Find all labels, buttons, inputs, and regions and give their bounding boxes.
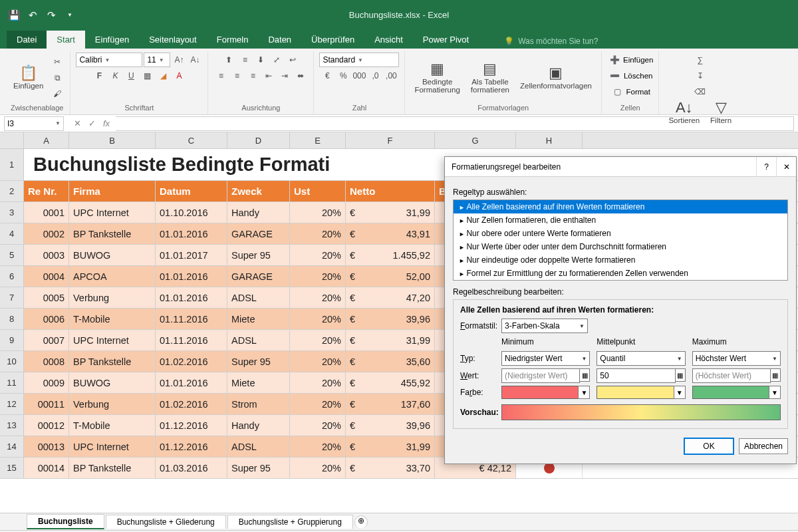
formula-input[interactable] xyxy=(116,116,794,131)
save-icon[interactable]: 💾 xyxy=(5,7,23,24)
cell[interactable]: 20% xyxy=(290,223,346,244)
cancel-formula-icon[interactable]: ✕ xyxy=(70,118,84,128)
cell[interactable]: GARAGE xyxy=(227,223,290,244)
cell[interactable]: BP Tankstelle xyxy=(69,223,156,244)
row-header[interactable]: 5 xyxy=(0,245,24,265)
row-header[interactable]: 3 xyxy=(0,202,24,223)
decrease-font-icon[interactable]: A↓ xyxy=(188,53,202,67)
increase-font-icon[interactable]: A↑ xyxy=(172,53,186,67)
cell[interactable]: Super 95 xyxy=(227,458,290,478)
border-button[interactable]: ▦ xyxy=(140,68,154,83)
row-header[interactable]: 11 xyxy=(0,372,24,393)
sheet-tab[interactable]: Buchungsliste xyxy=(27,514,104,529)
max-color-picker[interactable] xyxy=(692,386,769,399)
col-header[interactable]: A xyxy=(24,132,69,148)
mid-value-input[interactable]: 50 xyxy=(597,368,675,383)
delete-cells-button[interactable]: Löschen xyxy=(624,72,652,80)
ref-picker-icon[interactable]: ▦ xyxy=(770,368,781,382)
ref-picker-icon[interactable]: ▦ xyxy=(675,368,686,382)
row-header[interactable]: 2 xyxy=(0,181,24,201)
tab-view[interactable]: Ansicht xyxy=(364,31,413,49)
indent-inc-icon[interactable]: ⇥ xyxy=(277,68,292,83)
rule-type-item[interactable]: Nur Zellen formatieren, die enthalten xyxy=(454,213,787,227)
align-middle-icon[interactable]: ≡ xyxy=(237,53,252,67)
cell[interactable]: 0006 xyxy=(24,309,69,329)
underline-button[interactable]: U xyxy=(124,68,138,83)
min-color-picker[interactable] xyxy=(501,386,579,399)
chevron-down-icon[interactable]: ▼ xyxy=(769,386,781,399)
cell[interactable]: 01.02.2016 xyxy=(156,351,227,372)
cell[interactable]: €33,70 xyxy=(346,458,435,478)
cell[interactable]: 01.10.2016 xyxy=(156,202,227,223)
cell[interactable]: 20% xyxy=(290,394,346,414)
ok-button[interactable]: OK xyxy=(684,438,733,454)
page-title-cell[interactable]: Buchungsliste Bedingte Formati xyxy=(24,149,516,180)
undo-icon[interactable]: ↶ xyxy=(24,7,41,24)
cell[interactable]: €1.455,92 xyxy=(346,245,435,265)
font-size-combo[interactable]: 11▼ xyxy=(144,53,170,67)
format-as-table-button[interactable]: ▤Als Tabelle formatieren xyxy=(467,61,513,95)
cell[interactable]: APCOA xyxy=(69,266,156,287)
insert-cells-icon[interactable]: ➕ xyxy=(607,53,622,67)
cell[interactable]: 0005 xyxy=(24,287,69,308)
col-header[interactable]: F xyxy=(346,132,435,148)
format-cells-icon[interactable]: ▢ xyxy=(610,84,624,99)
cell[interactable]: 0004 xyxy=(24,266,69,287)
indent-dec-icon[interactable]: ⇤ xyxy=(261,68,276,83)
cell[interactable]: T-Mobile xyxy=(69,309,156,329)
autosum-icon[interactable]: ∑ xyxy=(693,53,708,67)
row-header[interactable]: 15 xyxy=(0,458,24,478)
fill-color-button[interactable]: ◢ xyxy=(156,68,170,83)
help-icon[interactable]: ? xyxy=(756,157,776,177)
row-header[interactable]: 10 xyxy=(0,351,24,372)
cell[interactable]: 0007 xyxy=(24,330,69,350)
rule-type-item[interactable]: Nur Werte über oder unter dem Durchschni… xyxy=(454,240,787,253)
min-value-input[interactable]: (Niedrigster Wert) xyxy=(501,368,580,383)
cell[interactable]: 00013 xyxy=(24,436,69,457)
cell[interactable]: 01.01.2017 xyxy=(156,245,227,265)
tab-insert[interactable]: Einfügen xyxy=(85,31,139,49)
dec-decimal-icon[interactable]: ,00 xyxy=(384,68,398,83)
max-type-dropdown[interactable]: Höchster Wert▼ xyxy=(692,351,781,366)
align-right-icon[interactable]: ≡ xyxy=(245,68,260,83)
cell[interactable]: 20% xyxy=(290,436,346,457)
paste-button[interactable]: 📋Einfügen xyxy=(9,65,47,91)
cell[interactable]: 01.11.2016 xyxy=(156,309,227,329)
cell[interactable]: €137,60 xyxy=(346,394,435,414)
currency-icon[interactable]: € xyxy=(320,68,334,83)
cell[interactable]: BUWOG xyxy=(69,372,156,393)
percent-icon[interactable]: % xyxy=(336,68,350,83)
font-color-button[interactable]: A xyxy=(172,68,186,83)
cell[interactable]: Miete xyxy=(227,309,290,329)
cell[interactable]: UPC Internet xyxy=(69,202,156,223)
fill-icon[interactable]: ↧ xyxy=(693,68,708,83)
cell[interactable]: 20% xyxy=(290,309,346,329)
copy-icon[interactable]: ⧉ xyxy=(50,70,65,85)
cell[interactable]: BP Tankstelle xyxy=(69,351,156,372)
rule-type-item[interactable]: Formel zur Ermittlung der zu formatieren… xyxy=(454,267,787,280)
enter-formula-icon[interactable]: ✓ xyxy=(85,118,98,128)
col-header[interactable]: E xyxy=(290,132,346,148)
name-box[interactable]: I3▼ xyxy=(4,116,64,131)
row-header[interactable]: 9 xyxy=(0,330,24,350)
cancel-button[interactable]: Abbrechen xyxy=(739,438,788,454)
row-header[interactable]: 12 xyxy=(0,394,24,414)
align-left-icon[interactable]: ≡ xyxy=(213,68,228,83)
align-center-icon[interactable]: ≡ xyxy=(229,68,244,83)
cell[interactable]: Verbung xyxy=(69,287,156,308)
cell[interactable]: ADSL xyxy=(227,436,290,457)
cell[interactable]: Handy xyxy=(227,202,290,223)
clear-icon[interactable]: ⌫ xyxy=(693,84,708,99)
cell[interactable]: 20% xyxy=(290,415,346,436)
cut-icon[interactable]: ✂ xyxy=(50,55,65,69)
col-header[interactable]: C xyxy=(156,132,227,148)
cell[interactable]: Super 95 xyxy=(227,351,290,372)
cell[interactable]: €43,91 xyxy=(346,223,435,244)
cell[interactable]: 01.02.2016 xyxy=(156,394,227,414)
cell[interactable]: 00012 xyxy=(24,415,69,436)
table-header-cell[interactable]: Netto xyxy=(346,181,435,201)
min-type-dropdown[interactable]: Niedrigster Wert▼ xyxy=(501,351,590,366)
row-header[interactable]: 13 xyxy=(0,415,24,436)
font-family-combo[interactable]: Calibri▼ xyxy=(76,53,142,67)
cell[interactable]: UPC Internet xyxy=(69,330,156,350)
